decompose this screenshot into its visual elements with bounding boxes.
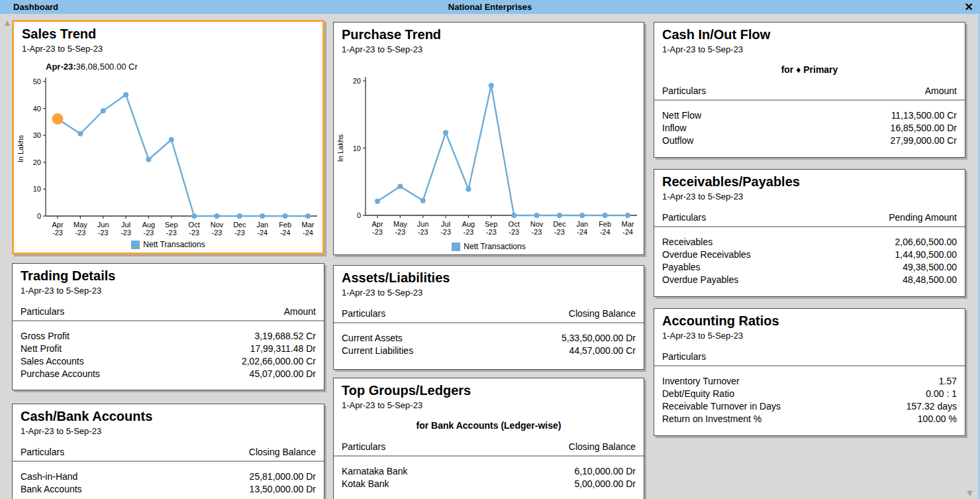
- tile-subtitle: 1-Apr-23 to 5-Sep-23: [21, 426, 316, 436]
- row-value: 100.00 %: [918, 413, 957, 425]
- row-label: Overdue Payables: [662, 274, 738, 286]
- svg-text:-23: -23: [212, 229, 222, 237]
- tile-cash-in-out-flow[interactable]: Cash In/Out Flow 1-Apr-23 to 5-Sep-23 fo…: [654, 22, 965, 158]
- tile-subtitle: 1-Apr-23 to 5-Sep-23: [342, 400, 636, 410]
- purchase-trend-chart[interactable]: 01020In LakhsApr-23May-23Jun-23Jul-23Aug…: [334, 73, 640, 237]
- svg-text:-23: -23: [98, 229, 109, 237]
- chart-tooltip: Apr-23:36,08,500.00 Cr: [46, 62, 138, 72]
- svg-text:Mar: Mar: [302, 221, 315, 229]
- col-particulars: Particulars: [342, 308, 385, 319]
- tile-top-groups-ledgers[interactable]: Top Groups/Ledgers 1-Apr-23 to 5-Sep-23 …: [333, 378, 644, 499]
- row-value: 1.57: [939, 375, 957, 388]
- svg-text:Dec: Dec: [553, 220, 566, 228]
- table-row: Receivables2,06,60,500.00: [662, 236, 957, 249]
- row-label: Purchase Accounts: [21, 368, 100, 380]
- svg-text:-23: -23: [418, 228, 428, 236]
- header-separator: [334, 322, 644, 323]
- svg-text:Jan: Jan: [576, 220, 588, 228]
- row-value: 48,48,500.00: [903, 274, 957, 286]
- close-icon[interactable]: ✕: [965, 0, 973, 14]
- tile-context: for Bank Accounts (Ledger-wise): [342, 420, 636, 431]
- row-value: 1,44,90,500.00: [895, 249, 957, 261]
- chart-legend: Nett Transactions: [334, 242, 644, 251]
- svg-text:Sep: Sep: [165, 221, 178, 229]
- table-row: Overdue Payables48,48,500.00: [662, 274, 957, 286]
- table-row: Overdue Receivables1,44,90,500.00: [662, 249, 957, 261]
- sales-trend-chart[interactable]: 01020304050In LakhsApr-23May-23Jun-23Jul…: [14, 74, 320, 238]
- header-separator: [13, 320, 324, 321]
- row-value: 11,13,500.00 Cr: [891, 109, 957, 122]
- tile-accounting-ratios[interactable]: Accounting Ratios 1-Apr-23 to 5-Sep-23 P…: [654, 308, 965, 436]
- col-particulars: Particulars: [662, 85, 706, 96]
- scroll-down-icon[interactable]: ▼: [965, 488, 975, 498]
- svg-text:Apr: Apr: [371, 220, 383, 228]
- svg-text:Jun: Jun: [97, 221, 109, 229]
- table-header: Particulars Closing Balance: [21, 447, 316, 457]
- col-particulars: Particulars: [662, 212, 706, 223]
- col-closing-balance: Closing Balance: [249, 447, 316, 457]
- row-value: 25,81,000.00 Dr: [250, 471, 316, 483]
- table-row: Inflow16,85,500.00 Dr: [662, 122, 957, 135]
- tile-title: Trading Details: [21, 268, 316, 284]
- svg-text:30: 30: [33, 131, 41, 139]
- tile-assets-liabilities[interactable]: Assets/Liabilities 1-Apr-23 to 5-Sep-23 …: [333, 265, 644, 370]
- col-amount: Amount: [925, 85, 957, 96]
- row-label: Current Assets: [342, 332, 403, 345]
- svg-text:10: 10: [33, 185, 41, 193]
- table-body: Inventory Turnover1.57Debt/Equity Ratio0…: [662, 375, 957, 425]
- svg-text:-23: -23: [121, 229, 131, 237]
- svg-text:-23: -23: [554, 228, 565, 236]
- svg-text:Jan: Jan: [256, 221, 268, 229]
- svg-text:Sep: Sep: [485, 220, 498, 228]
- svg-text:Jul: Jul: [121, 221, 130, 229]
- tile-cash-bank-accounts[interactable]: Cash/Bank Accounts 1-Apr-23 to 5-Sep-23 …: [12, 404, 324, 499]
- table-body: Karnataka Bank6,10,000.00 DrKotak Bank5,…: [342, 465, 636, 490]
- tile-title: Top Groups/Ledgers: [342, 383, 636, 398]
- table-row: Debt/Equity Ratio0.00 : 1: [662, 388, 957, 400]
- svg-text:Aug: Aug: [462, 220, 475, 228]
- tile-subtitle: 1-Apr-23 to 5-Sep-23: [22, 44, 315, 54]
- tile-title: Cash In/Out Flow: [662, 27, 957, 42]
- legend-label: Nett Transactions: [464, 242, 525, 251]
- svg-text:-23: -23: [509, 228, 519, 236]
- svg-text:Dec: Dec: [233, 221, 246, 229]
- row-value: 2,02,66,000.00 Cr: [242, 355, 316, 368]
- row-label: Kotak Bank: [342, 478, 389, 490]
- table-header: Particulars Closing Balance: [342, 441, 636, 452]
- row-value: 27,99,000.00 Cr: [891, 135, 957, 147]
- scroll-up-icon[interactable]: ▲: [3, 18, 12, 27]
- table-header: Particulars: [662, 351, 957, 362]
- svg-text:-23: -23: [440, 228, 451, 236]
- header-separator: [334, 455, 644, 457]
- screen-title: Dashboard: [13, 2, 58, 12]
- tile-subtitle: 1-Apr-23 to 5-Sep-23: [342, 44, 636, 54]
- svg-text:-24: -24: [303, 229, 313, 237]
- svg-text:-23: -23: [234, 229, 245, 237]
- company-name: National Enterprises: [0, 2, 980, 12]
- row-label: Debt/Equity Ratio: [662, 388, 734, 400]
- table-body: Current Assets5,33,50,000.00 DrCurrent L…: [342, 332, 636, 357]
- table-header: Particulars Amount: [662, 85, 957, 96]
- col-pending-amount: Pending Amount: [889, 212, 957, 223]
- row-label: Nett Flow: [662, 109, 701, 122]
- row-value: 49,38,500.00: [903, 261, 957, 274]
- svg-text:20: 20: [353, 77, 361, 85]
- tile-receivables-payables[interactable]: Receivables/Payables 1-Apr-23 to 5-Sep-2…: [654, 169, 965, 297]
- tile-subtitle: 1-Apr-23 to 5-Sep-23: [662, 44, 957, 54]
- col-particulars: Particulars: [662, 351, 706, 362]
- svg-text:-24: -24: [622, 228, 633, 236]
- tile-purchase-trend[interactable]: Purchase Trend 1-Apr-23 to 5-Sep-23 0102…: [333, 22, 644, 255]
- tile-trading-details[interactable]: Trading Details 1-Apr-23 to 5-Sep-23 Par…: [12, 263, 324, 390]
- tile-sales-trend[interactable]: Sales Trend 1-Apr-23 to 5-Sep-23 Apr-23:…: [12, 20, 324, 254]
- tile-title: Sales Trend: [22, 27, 315, 42]
- svg-text:Oct: Oct: [509, 220, 520, 228]
- table-row: Cash-in-Hand25,81,000.00 Dr: [21, 471, 316, 483]
- header-separator: [654, 226, 965, 227]
- row-label: Overdue Receivables: [662, 249, 751, 261]
- svg-text:-24: -24: [600, 228, 611, 236]
- header-separator: [13, 461, 324, 462]
- svg-text:Feb: Feb: [279, 221, 291, 229]
- svg-text:-23: -23: [144, 229, 154, 237]
- title-bar: Dashboard National Enterprises ✕: [0, 0, 980, 15]
- svg-text:Mar: Mar: [622, 220, 634, 228]
